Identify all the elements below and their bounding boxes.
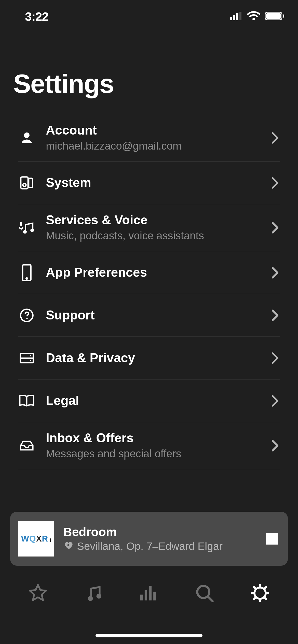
svg-rect-31 [153,592,156,600]
row-label: System [46,175,260,190]
svg-point-14 [23,230,27,233]
chevron-right-icon [270,132,280,144]
settings-row-support[interactable]: Support [18,294,280,337]
music-voice-icon [18,220,36,236]
page-title: Settings [13,69,114,99]
svg-point-8 [24,133,30,138]
svg-point-10 [23,183,26,186]
now-playing-room: Bedroom [63,525,257,539]
svg-line-39 [254,587,256,589]
row-label: Account [46,123,260,138]
svg-rect-11 [29,178,33,187]
svg-line-41 [254,597,256,599]
book-icon [18,394,36,407]
cellular-icon [230,12,242,21]
stop-button[interactable] [266,533,278,545]
chevron-right-icon [270,222,280,233]
settings-row-data-privacy[interactable]: Data & Privacy [18,337,280,379]
svg-rect-3 [239,12,241,20]
svg-line-42 [264,587,266,589]
tab-music[interactable] [81,580,106,606]
tab-rooms[interactable] [136,580,162,606]
iheart-icon [63,540,73,553]
svg-rect-30 [149,586,152,600]
help-circle-icon [18,308,36,323]
row-sublabel: michael.bizzaco@gmail.com [46,139,260,153]
settings-row-services-voice[interactable]: Services & Voice Music, podcasts, voice … [18,204,280,251]
tab-settings[interactable] [247,580,273,606]
home-indicator [96,634,202,637]
svg-point-17 [26,278,28,279]
data-privacy-icon [18,353,36,364]
svg-point-25 [67,544,69,546]
row-label: Inbox & Offers [46,431,260,446]
row-label: Support [46,308,260,323]
svg-rect-2 [236,13,238,20]
svg-rect-7 [283,14,284,18]
status-bar: 3:22 [0,0,298,33]
now-playing-art: WQXR:| [18,521,54,557]
tab-favorites[interactable] [25,580,51,606]
settings-row-account[interactable]: Account michael.bizzaco@gmail.com [18,114,280,162]
chevron-right-icon [270,310,280,321]
svg-rect-12 [20,222,22,226]
settings-row-legal[interactable]: Legal [18,379,280,422]
station-logo: WQXR:| [21,534,51,544]
row-label: App Preferences [46,265,260,280]
chevron-right-icon [270,395,280,407]
wifi-icon [247,11,260,22]
svg-line-33 [208,597,212,601]
battery-icon [265,11,285,22]
settings-list: Account michael.bizzaco@gmail.com System [18,114,280,469]
svg-point-19 [26,318,28,319]
svg-point-15 [30,229,34,232]
speakers-icon [18,175,36,191]
status-icons [230,11,285,22]
row-label: Data & Privacy [46,351,260,365]
svg-line-40 [264,597,266,599]
row-label: Legal [46,393,260,408]
svg-point-22 [30,355,31,356]
svg-point-26 [88,596,93,601]
svg-point-4 [252,18,255,20]
svg-rect-28 [140,595,143,601]
chevron-right-icon [270,352,280,364]
svg-point-27 [96,594,101,598]
row-sublabel: Music, podcasts, voice assistants [46,229,260,243]
chevron-right-icon [270,267,280,279]
person-icon [18,130,36,146]
phone-icon [18,264,36,282]
settings-row-inbox-offers[interactable]: Inbox & Offers Messages and special offe… [18,422,280,469]
settings-row-system[interactable]: System [18,162,280,204]
now-playing-track: Sevillana, Op. 7–Edward Elgar [77,540,223,552]
tab-search[interactable] [192,580,217,606]
status-time: 3:22 [25,10,48,24]
svg-point-23 [30,360,31,361]
svg-rect-0 [230,17,232,20]
settings-row-app-preferences[interactable]: App Preferences [18,251,280,294]
chevron-right-icon [270,177,280,189]
row-sublabel: Messages and special offers [46,447,260,461]
svg-rect-6 [266,13,281,19]
chevron-right-icon [270,440,280,451]
svg-rect-29 [145,590,147,601]
now-playing-bar[interactable]: WQXR:| Bedroom Sevillana, Op. 7–Edward E… [10,512,288,566]
svg-rect-1 [233,15,235,20]
row-label: Services & Voice [46,213,260,228]
inbox-icon [18,440,36,451]
tab-bar [0,568,298,644]
